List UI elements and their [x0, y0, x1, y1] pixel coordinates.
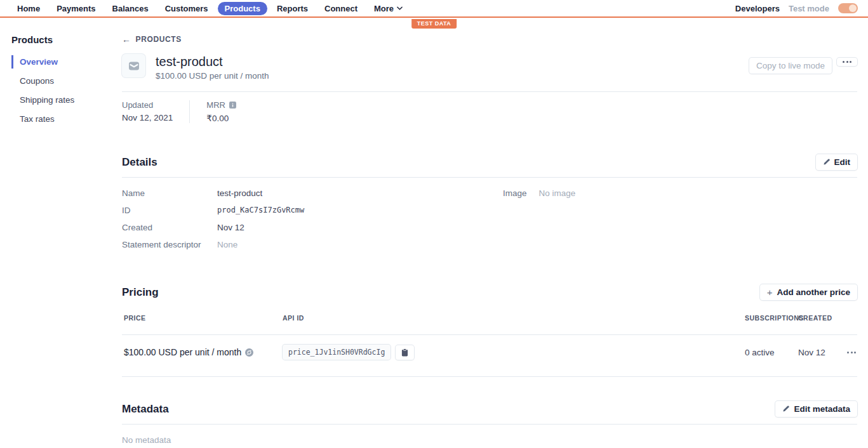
detail-row-statement-descriptor: Statement descriptor None — [122, 239, 503, 250]
pencil-icon — [782, 405, 789, 412]
developers-link[interactable]: Developers — [735, 4, 780, 13]
package-icon — [128, 60, 140, 72]
top-nav: Home Payments Balances Customers Product… — [0, 0, 868, 18]
stat-mrr-value: ₹0.00 — [206, 113, 236, 123]
metadata-section: Metadata Edit metadata No metadata — [122, 401, 857, 445]
detail-label: Statement descriptor — [122, 239, 217, 250]
sidebar-item-tax-rates[interactable]: Tax rates — [11, 112, 117, 126]
details-section: Details Edit Name test-product ID — [122, 154, 857, 256]
detail-value: test-product — [217, 188, 262, 199]
pricing-row-divider — [122, 376, 857, 377]
nav-item-products[interactable]: Products — [218, 2, 267, 15]
metadata-head: Metadata Edit metadata — [122, 401, 857, 417]
nav-item-more[interactable]: More — [367, 2, 410, 15]
sidebar-title: Products — [11, 34, 117, 45]
price-row-overflow-button[interactable] — [846, 349, 857, 356]
details-body: Name test-product ID prod_KaC7sI7zGvRcmw… — [122, 188, 857, 256]
nav-item-customers[interactable]: Customers — [158, 2, 215, 15]
price-row[interactable]: $100.00 USD per unit / month price_1Jv1i… — [122, 335, 857, 369]
back-arrow-icon: ← — [122, 35, 131, 44]
nav-right: Developers Test mode — [735, 3, 858, 13]
pricing-head: Pricing + Add another price — [122, 284, 857, 300]
pricing-title: Pricing — [122, 286, 159, 299]
pencil-icon — [823, 159, 830, 166]
price-row-menu-cell — [838, 349, 857, 356]
column-header-api-id: API ID — [283, 314, 745, 322]
add-another-price-label: Add another price — [777, 287, 850, 297]
header-actions: Copy to live mode — [749, 54, 857, 74]
stats-row: Updated Nov 12, 2021 MRR ₹0.00 — [122, 100, 857, 123]
detail-row-name: Name test-product — [122, 188, 503, 199]
details-title: Details — [122, 156, 157, 169]
column-header-created: CREATED — [798, 314, 838, 322]
details-head: Details Edit — [122, 154, 857, 170]
page-layout: Products Overview Coupons Shipping rates… — [0, 18, 868, 448]
product-title-block: test-product $100.00 USD per unit / mont… — [156, 54, 269, 81]
sidebar-item-overview[interactable]: Overview — [11, 55, 117, 69]
pricing-section: Pricing + Add another price PRICE API ID… — [122, 284, 857, 377]
details-rows: Name test-product ID prod_KaC7sI7zGvRcmw… — [122, 188, 503, 256]
api-id-chip[interactable]: price_1Jv1inSH0VRdGcIg — [283, 345, 391, 360]
subscriptions-cell: 0 active — [745, 348, 798, 357]
recurring-icon — [245, 348, 253, 357]
nav-left: Home Payments Balances Customers Product… — [10, 2, 410, 15]
add-another-price-button[interactable]: + Add another price — [760, 284, 857, 300]
metadata-empty-text: No metadata — [122, 435, 857, 445]
mrr-label-text: MRR — [206, 100, 225, 110]
nav-item-home[interactable]: Home — [10, 2, 47, 15]
stat-updated-label: Updated — [122, 100, 173, 110]
copy-api-id-button[interactable] — [396, 345, 414, 360]
edit-details-button[interactable]: Edit — [816, 154, 858, 170]
breadcrumb-label: PRODUCTS — [136, 35, 182, 44]
plus-icon: + — [767, 287, 773, 297]
product-overflow-button[interactable] — [837, 58, 857, 66]
clipboard-icon — [401, 348, 408, 357]
price-text: $100.00 USD per unit / month — [124, 347, 283, 357]
image-value: No image — [539, 188, 576, 256]
product-thumbnail — [122, 54, 145, 77]
price-cell: $100.00 USD per unit / month — [122, 347, 283, 357]
product-header: test-product $100.00 USD per unit / mont… — [122, 54, 857, 81]
edit-metadata-button[interactable]: Edit metadata — [775, 401, 857, 417]
nav-item-balances[interactable]: Balances — [105, 2, 156, 15]
product-subtitle: $100.00 USD per unit / month — [156, 71, 269, 81]
header-divider — [122, 91, 857, 92]
image-label: Image — [503, 188, 527, 256]
test-mode-label: Test mode — [789, 4, 829, 13]
detail-row-id: ID prod_KaC7sI7zGvRcmw — [122, 205, 503, 216]
api-id-cell: price_1Jv1inSH0VRdGcIg — [283, 345, 745, 360]
detail-label: ID — [122, 205, 217, 216]
chevron-down-icon — [397, 6, 403, 10]
detail-value-id: prod_KaC7sI7zGvRcmw — [217, 205, 304, 216]
detail-value: Nov 12 — [217, 222, 244, 233]
test-mode-toggle[interactable] — [838, 3, 858, 13]
detail-image-column: Image No image — [503, 188, 575, 256]
metadata-divider — [122, 424, 857, 425]
metadata-title: Metadata — [122, 403, 169, 416]
sidebar-item-coupons[interactable]: Coupons — [11, 74, 117, 88]
stat-mrr-label: MRR — [206, 100, 236, 110]
info-icon[interactable] — [229, 102, 236, 109]
detail-value: None — [217, 239, 237, 250]
edit-details-label: Edit — [834, 157, 851, 167]
copy-to-live-mode-button[interactable]: Copy to live mode — [749, 58, 832, 74]
stat-updated-value: Nov 12, 2021 — [122, 113, 173, 122]
overflow-icon — [843, 61, 851, 63]
breadcrumb[interactable]: ← PRODUCTS — [122, 35, 182, 44]
sidebar: Products Overview Coupons Shipping rates… — [0, 18, 117, 448]
pricing-table-header: PRICE API ID SUBSCRIPTIONS CREATED — [122, 314, 857, 327]
edit-metadata-label: Edit metadata — [794, 404, 850, 414]
price-amount: $100.00 USD per unit / month — [124, 347, 241, 357]
detail-label: Created — [122, 222, 217, 233]
stat-mrr: MRR ₹0.00 — [189, 100, 253, 123]
detail-label: Name — [122, 188, 217, 199]
nav-item-connect[interactable]: Connect — [317, 2, 364, 15]
detail-row-created: Created Nov 12 — [122, 222, 503, 233]
main-content: ← PRODUCTS test-product $100.00 USD per … — [117, 18, 868, 448]
column-header-menu — [838, 314, 857, 322]
column-header-price: PRICE — [122, 314, 283, 322]
nav-item-payments[interactable]: Payments — [50, 2, 102, 15]
nav-item-reports[interactable]: Reports — [270, 2, 315, 15]
sidebar-item-shipping-rates[interactable]: Shipping rates — [11, 93, 117, 107]
created-cell: Nov 12 — [798, 348, 838, 357]
